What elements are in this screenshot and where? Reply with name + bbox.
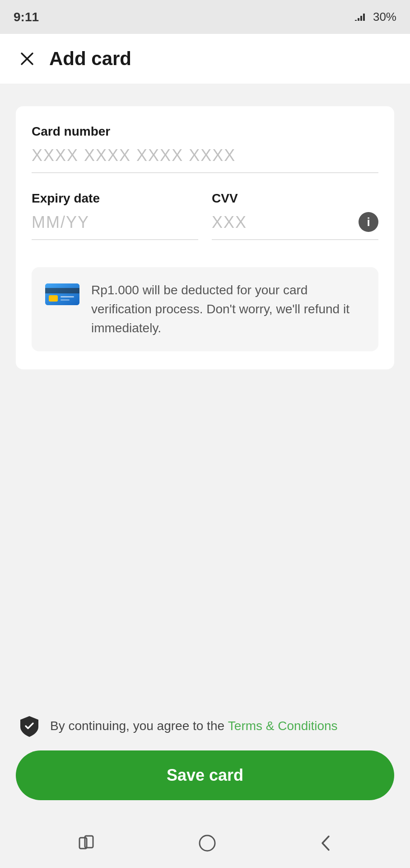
cvv-label: CVV — [212, 191, 378, 206]
bottom-section: By continuing, you agree to the Terms & … — [0, 714, 410, 818]
close-button[interactable] — [16, 47, 38, 70]
status-time: 9:11 — [14, 10, 39, 24]
header: Add card — [0, 34, 410, 84]
verification-info-banner: Rp1.000 will be deducted for your card v… — [32, 267, 378, 351]
main-content: Card number Expiry date CVV i — [0, 84, 410, 410]
credit-card-icon — [44, 281, 80, 308]
home-button[interactable] — [196, 832, 219, 854]
card-form: Card number Expiry date CVV i — [16, 106, 394, 369]
recent-apps-icon — [76, 834, 98, 852]
verification-info-text: Rp1.000 will be deducted for your card v… — [91, 281, 366, 338]
back-icon — [316, 832, 334, 854]
terms-link[interactable]: Terms & Conditions — [228, 719, 338, 733]
cvv-input[interactable] — [212, 213, 378, 240]
content-spacer — [0, 410, 410, 715]
terms-row: By continuing, you agree to the Terms & … — [16, 714, 394, 738]
card-number-input[interactable] — [32, 146, 378, 173]
svg-rect-5 — [49, 295, 58, 302]
svg-rect-3 — [45, 283, 79, 305]
status-bar: 9:11 30% — [0, 0, 410, 34]
card-icon — [44, 281, 80, 308]
svg-rect-6 — [61, 296, 74, 297]
page-title: Add card — [49, 48, 131, 70]
back-button[interactable] — [316, 832, 334, 854]
battery-level: 30% — [373, 10, 396, 24]
terms-text: By continuing, you agree to the Terms & … — [50, 717, 338, 735]
android-nav-bar — [0, 818, 410, 868]
svg-rect-10 — [200, 835, 215, 851]
cvv-group: CVV i — [212, 191, 378, 240]
expiry-group: Expiry date — [32, 191, 198, 240]
expiry-cvv-row: Expiry date CVV i — [32, 191, 378, 258]
save-card-button[interactable]: Save card — [16, 750, 394, 800]
shield-icon — [18, 714, 41, 738]
cvv-info-button[interactable]: i — [359, 212, 378, 232]
close-icon — [19, 51, 35, 67]
svg-rect-7 — [61, 299, 70, 301]
home-icon — [196, 832, 219, 854]
card-number-label: Card number — [32, 124, 378, 139]
expiry-input[interactable] — [32, 213, 198, 240]
card-number-group: Card number — [32, 124, 378, 173]
signal-icon — [354, 12, 368, 23]
status-icons: 30% — [354, 10, 396, 24]
recent-apps-button[interactable] — [76, 834, 98, 852]
svg-rect-4 — [45, 288, 79, 293]
expiry-label: Expiry date — [32, 191, 198, 206]
